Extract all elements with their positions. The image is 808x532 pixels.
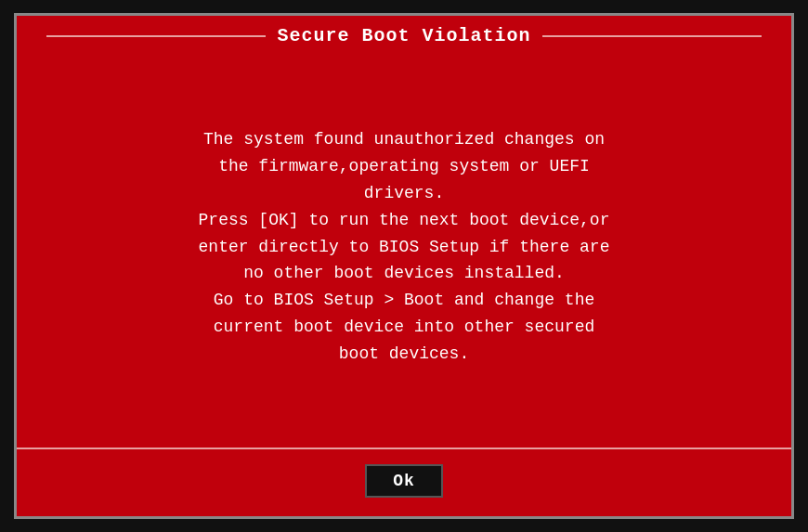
message-line8: current boot device into other secured (214, 318, 594, 336)
message-area: The system found unauthorized changes on… (17, 56, 791, 448)
message-line1: The system found unauthorized changes on (203, 130, 605, 149)
message-line4: Press [OK] to run the next boot device,o… (199, 211, 610, 229)
message-line9: boot devices. (339, 344, 469, 363)
title-bar: Secure Boot Violation (17, 16, 791, 56)
message-line2: the firmware,operating system or UEFI (218, 157, 590, 175)
message-line7: Go to BIOS Setup > Boot and change the (214, 291, 594, 309)
title-text: Secure Boot Violation (277, 25, 530, 46)
message-line6: no other boot devices installed. (243, 264, 565, 282)
message-line3: drivers. (364, 184, 444, 202)
ok-button[interactable]: Ok (365, 464, 443, 498)
message-body: The system found unauthorized changes on… (199, 126, 610, 367)
button-area: Ok (17, 448, 791, 516)
message-line5: enter directly to BIOS Setup if there ar… (199, 238, 610, 256)
secure-boot-violation-screen: Secure Boot Violation The system found u… (14, 13, 794, 519)
